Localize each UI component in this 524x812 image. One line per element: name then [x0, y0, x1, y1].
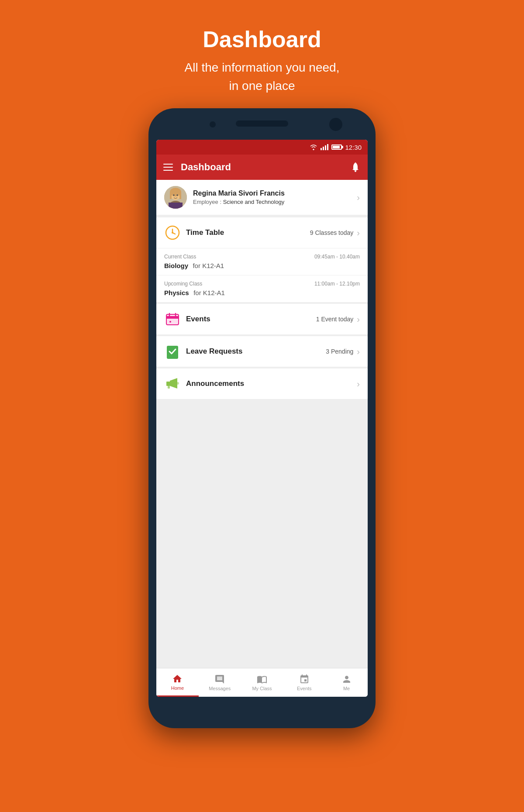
- upcoming-class-item[interactable]: Upcoming Class 11:00am - 12.10pm Physics…: [156, 275, 368, 302]
- avatar-image: [164, 186, 187, 209]
- nav-label-home: Home: [171, 685, 184, 691]
- notification-bell-icon[interactable]: [350, 162, 361, 173]
- events-chevron-icon: ›: [357, 314, 360, 324]
- page-header: Dashboard All the information you need, …: [185, 0, 340, 108]
- home-icon: [172, 674, 183, 684]
- user-role: Employee : Science and Technology: [193, 199, 357, 205]
- user-name: Regina Maria Sivori Francis: [193, 189, 357, 197]
- phone-camera-right: [329, 118, 342, 131]
- leave-requests-card: Leave Requests 3 Pending ›: [156, 336, 368, 367]
- current-class-item[interactable]: Current Class 09:45am - 10.40am Biology …: [156, 248, 368, 275]
- timetable-title: Time Table: [186, 228, 310, 237]
- current-class-group: for K12-A1: [193, 262, 224, 269]
- bottom-nav: Home Messages My Class: [156, 668, 368, 697]
- content-area: Regina Maria Sivori Francis Employee : S…: [156, 180, 368, 668]
- announcements-title: Announcements: [186, 379, 357, 388]
- announcements-chevron-icon: ›: [357, 379, 360, 389]
- phone-speaker: [236, 120, 288, 127]
- nav-label-messages: Messages: [209, 686, 231, 691]
- current-class-subject: Biology: [164, 262, 188, 269]
- timetable-meta: 9 Classes today: [310, 229, 354, 236]
- messages-icon: [214, 674, 225, 685]
- events-meta: 1 Event today: [316, 316, 354, 323]
- upcoming-class-group: for K12-A1: [193, 289, 225, 296]
- svg-point-14: [172, 232, 173, 234]
- upcoming-class-subject: Physics: [164, 289, 189, 296]
- phone-camera-left: [210, 121, 216, 127]
- upcoming-class-time: 11:00am - 12.10pm: [314, 281, 360, 287]
- leave-requests-card-header[interactable]: Leave Requests 3 Pending ›: [156, 336, 368, 367]
- battery-icon: [331, 145, 342, 150]
- user-card-chevron-icon: ›: [357, 193, 360, 203]
- hamburger-menu-icon[interactable]: [163, 164, 173, 171]
- svg-point-9: [177, 194, 178, 196]
- app-bar-title: Dashboard: [181, 162, 350, 173]
- events-card: Events 1 Event today ›: [156, 304, 368, 334]
- phone-wrapper: 12:30 Dashboard: [148, 108, 376, 728]
- events-title: Events: [186, 315, 316, 323]
- nav-label-my-class: My Class: [252, 686, 272, 691]
- upcoming-class-label: Upcoming Class: [164, 281, 202, 287]
- nav-item-home[interactable]: Home: [156, 668, 199, 697]
- svg-point-0: [355, 170, 356, 172]
- my-class-icon: [257, 674, 267, 685]
- svg-rect-10: [169, 203, 183, 209]
- user-info: Regina Maria Sivori Francis Employee : S…: [193, 189, 357, 205]
- wifi-icon: [310, 144, 317, 150]
- timetable-card: Time Table 9 Classes today › Current Cla…: [156, 217, 368, 302]
- events-card-header[interactable]: Events 1 Event today ›: [156, 304, 368, 334]
- nav-item-events[interactable]: Events: [283, 668, 325, 697]
- phone-screen: 12:30 Dashboard: [156, 140, 368, 697]
- nav-item-my-class[interactable]: My Class: [241, 668, 283, 697]
- me-icon: [341, 674, 352, 685]
- announcements-icon: [164, 375, 181, 392]
- page-subtitle: All the information you need, in one pla…: [185, 58, 340, 95]
- timetable-chevron-icon: ›: [357, 228, 360, 238]
- signal-icon: [321, 144, 328, 150]
- nav-item-me[interactable]: Me: [325, 668, 368, 697]
- leave-icon: [164, 343, 181, 360]
- events-nav-icon: [299, 674, 310, 685]
- svg-point-18: [169, 321, 171, 323]
- svg-rect-15: [166, 314, 179, 325]
- page-title: Dashboard: [185, 26, 340, 52]
- avatar: [164, 186, 187, 209]
- leave-requests-title: Leave Requests: [186, 347, 326, 356]
- app-bar: Dashboard: [156, 155, 368, 180]
- svg-point-25: [176, 382, 179, 385]
- svg-rect-1: [354, 169, 357, 170]
- leave-requests-chevron-icon: ›: [357, 347, 360, 357]
- nav-item-messages[interactable]: Messages: [199, 668, 241, 697]
- status-time: 12:30: [345, 144, 362, 151]
- user-card[interactable]: Regina Maria Sivori Francis Employee : S…: [156, 180, 368, 215]
- announcements-card-header[interactable]: Announcements ›: [156, 368, 368, 399]
- current-class-time: 09:45am - 10.40am: [314, 254, 360, 260]
- current-class-label: Current Class: [164, 254, 196, 260]
- svg-marker-23: [170, 378, 177, 389]
- nav-label-me: Me: [343, 686, 350, 691]
- svg-rect-6: [170, 192, 172, 199]
- svg-rect-17: [166, 316, 179, 319]
- calendar-icon: [164, 311, 181, 327]
- svg-point-8: [173, 194, 175, 196]
- leave-requests-meta: 3 Pending: [326, 348, 353, 355]
- svg-rect-22: [166, 382, 170, 386]
- nav-label-events: Events: [297, 686, 312, 691]
- clock-icon: [164, 224, 181, 241]
- svg-rect-7: [179, 192, 181, 199]
- announcements-card: Announcements ›: [156, 368, 368, 399]
- svg-rect-24: [168, 386, 170, 389]
- timetable-card-header[interactable]: Time Table 9 Classes today ›: [156, 217, 368, 248]
- status-bar: 12:30: [156, 140, 368, 155]
